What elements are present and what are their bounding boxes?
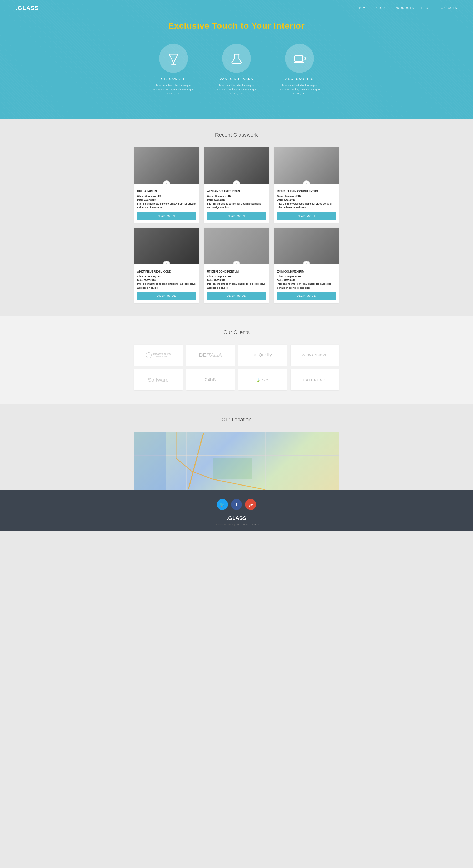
client-kreative: K Kreative soluts NEW YORK xyxy=(134,345,183,366)
map-container[interactable] xyxy=(134,432,339,490)
italia-part: ITALIA xyxy=(206,352,222,358)
facebook-button[interactable]: f xyxy=(231,499,242,510)
card-5-date-label: Date: xyxy=(207,279,214,282)
card-1-date: 07/07/2013 xyxy=(144,198,156,201)
card-3-meta: Client: Company LTD Date: 05/07/2013 Inf… xyxy=(277,194,336,210)
card-1-info-label: Info: xyxy=(137,203,143,205)
card-6-date: 07/07/2013 xyxy=(284,279,295,282)
card-4-bg xyxy=(134,228,199,265)
hero-headline: Exclusive Touch to Your Interior xyxy=(16,21,457,31)
map-background xyxy=(134,432,339,490)
exterex-logo: EXTEREX ✦ xyxy=(303,378,326,382)
footer-copy: GLASS © 2014 | PRIVACY POLICY xyxy=(16,523,457,526)
client-deitalia: DEITALIA xyxy=(186,345,235,366)
card-6-image: + xyxy=(274,228,339,265)
smarthome-text: SMARTHOME xyxy=(307,353,327,357)
card-5-date: 07/07/2013 xyxy=(214,279,225,282)
glassware-desc: Aenean sollicitudin, lorem quis bibendum… xyxy=(152,83,194,95)
exterex-text: EXTEREX xyxy=(303,378,322,382)
kreative-text: Kreative soluts NEW YORK xyxy=(153,352,170,358)
client-software: Software xyxy=(134,369,183,390)
card-6-meta: Client: Company LTD Date: 07/07/2013 Inf… xyxy=(277,275,336,290)
card-6-info-label: Info: xyxy=(277,283,283,285)
k-icon: K xyxy=(146,352,152,358)
navigation: .GLASS HOME ABOUT PRODUCTS BLOG CONTACTS xyxy=(0,0,473,16)
twitter-button[interactable]: 🐦 xyxy=(217,499,228,510)
flask-icon xyxy=(229,51,244,66)
footer: 🐦 f g+ .GLASS GLASS © 2014 | PRIVACY POL… xyxy=(0,490,473,531)
card-3-date-label: Date: xyxy=(277,198,284,201)
client-smarthome: ⌂ SMARTHOME xyxy=(291,345,339,366)
privacy-policy-link[interactable]: PRIVACY POLICY xyxy=(236,523,259,526)
card-6-btn[interactable]: READ MORE xyxy=(277,292,336,301)
glassware-icon-circle xyxy=(159,44,188,73)
card-1: + NULLA FACILISI Client: Company LTD Dat… xyxy=(134,147,199,223)
footer-logo: .GLASS xyxy=(16,515,457,521)
card-2-info: This theme is perfect for designer portf… xyxy=(207,203,261,209)
location-section: Our Location xyxy=(0,404,473,490)
card-1-btn[interactable]: READ MORE xyxy=(137,212,196,220)
card-1-client: Company LTD xyxy=(145,195,161,197)
card-4-info-label: Info: xyxy=(137,283,143,285)
card-6-bg xyxy=(274,228,339,265)
vases-desc: Aenean sollicitudin, lorem quis bibendum… xyxy=(216,83,257,95)
client-quality: ✳ Quality xyxy=(238,345,287,366)
hero-icon-vases: VASES & FLASKS Aenean sollicitudin, lore… xyxy=(216,44,257,95)
smarthome-logo: ⌂ SMARTHOME xyxy=(302,353,327,358)
deitalia-logo: DEITALIA xyxy=(199,352,222,358)
nav-products[interactable]: PRODUCTS xyxy=(395,6,414,10)
software-logo: Software xyxy=(148,377,169,383)
eco-logo: 🍃 eco xyxy=(256,377,270,383)
nav-blog[interactable]: BLOG xyxy=(421,6,431,10)
card-6-client-label: Client: xyxy=(277,275,285,278)
card-6-date-label: Date: xyxy=(277,279,284,282)
martini-glass-icon xyxy=(166,51,181,66)
card-4-btn[interactable]: READ MORE xyxy=(137,292,196,301)
hero-icons: GLASSWARE Aenean sollicitudin, lorem qui… xyxy=(16,44,457,95)
card-3-btn[interactable]: READ MORE xyxy=(277,212,336,220)
card-2-body: AENEAN SIT AMET RISUS Client: Company LT… xyxy=(204,184,269,223)
card-1-title: NULLA FACILISI xyxy=(137,190,196,193)
card-3-date: 05/07/2013 xyxy=(284,198,295,201)
card-5-info-label: Info: xyxy=(207,283,213,285)
card-5-client-label: Client: xyxy=(207,275,215,278)
nav-about[interactable]: ABOUT xyxy=(376,6,387,10)
card-4: + AMET RISUS UENIM COND Client: Company … xyxy=(134,228,199,303)
card-5-client: Company LTD xyxy=(215,275,231,278)
card-4-title: AMET RISUS UENIM COND xyxy=(137,270,196,273)
recent-section: Recent Glasswork + NULLA FACILISI Client… xyxy=(0,119,473,316)
google-button[interactable]: g+ xyxy=(245,499,256,510)
card-2-btn[interactable]: READ MORE xyxy=(207,212,266,220)
card-4-image: + xyxy=(134,228,199,265)
nav-home[interactable]: HOME xyxy=(358,6,368,10)
card-5-btn[interactable]: READ MORE xyxy=(207,292,266,301)
cup-icon-circle xyxy=(285,44,314,73)
svg-marker-0 xyxy=(169,54,178,63)
card-1-bg xyxy=(134,147,199,184)
svg-rect-13 xyxy=(213,458,252,479)
recent-title: Recent Glasswork xyxy=(16,132,457,138)
card-2-client-label: Client: xyxy=(207,195,215,197)
card-3: + RISUS UT ENIM CONDIM ENTUM Client: Com… xyxy=(274,147,339,223)
quality-text: Quality xyxy=(259,353,272,358)
card-2-info-label: Info: xyxy=(207,203,213,205)
nav-logo[interactable]: .GLASS xyxy=(16,5,39,11)
card-2-meta: Client: Company LTD Date: 06/03/2013 Inf… xyxy=(207,194,266,210)
card-3-info-label: Info: xyxy=(277,203,283,205)
glassware-label: GLASSWARE xyxy=(152,77,194,81)
card-2-date-label: Date: xyxy=(207,198,214,201)
clients-section: Our Clients K Kreative soluts NEW YORK D… xyxy=(0,316,473,404)
card-4-client-label: Client: xyxy=(137,275,145,278)
card-1-meta: Client: Company LTD Date: 07/07/2013 Inf… xyxy=(137,194,196,210)
flask-icon-circle xyxy=(222,44,251,73)
card-6: + ENIM CONDIMENTUM Client: Company LTD D… xyxy=(274,228,339,303)
hero-headline-end: Interior xyxy=(274,21,305,30)
card-3-body: RISUS UT ENIM CONDIM ENTUM Client: Compa… xyxy=(274,184,339,223)
card-4-date: 07/07/2013 xyxy=(144,279,156,282)
nav-contacts[interactable]: CONTACTS xyxy=(438,6,457,10)
card-5: + UT ENIM CONDIMENTUM Client: Company LT… xyxy=(204,228,269,303)
card-4-meta: Client: Company LTD Date: 07/07/2013 Inf… xyxy=(137,275,196,290)
kreative-sub: NEW YORK xyxy=(153,355,170,358)
eco-text: eco xyxy=(262,377,270,382)
card-1-client-label: Client: xyxy=(137,195,145,197)
